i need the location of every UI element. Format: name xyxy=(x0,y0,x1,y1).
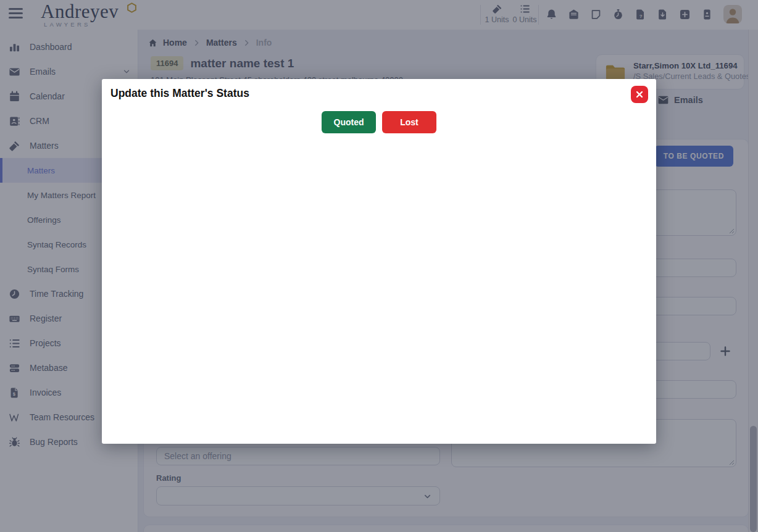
quoted-button[interactable]: Quoted xyxy=(322,111,376,133)
modal-title: Update this Matter's Status xyxy=(110,87,249,100)
close-icon xyxy=(635,89,644,99)
close-button[interactable] xyxy=(631,86,648,103)
modal-actions: Quoted Lost xyxy=(102,111,656,133)
status-update-modal: Update this Matter's Status Quoted Lost xyxy=(102,79,656,444)
lost-button[interactable]: Lost xyxy=(382,111,436,133)
